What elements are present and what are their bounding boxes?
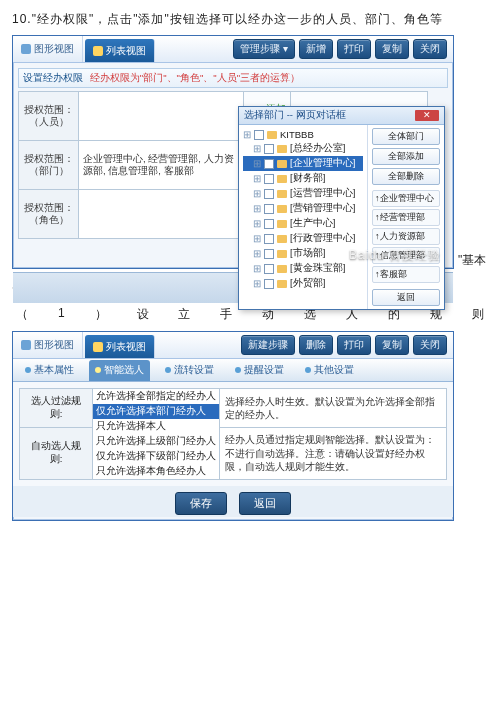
tree-root[interactable]: KITBBB: [243, 128, 363, 141]
tree-node[interactable]: [营销管理中心]: [243, 201, 363, 216]
step-10-text: 10."经办权限"，点击"添加"按钮选择可以经办这一步的人员、部门、角色等: [12, 10, 488, 29]
smart-select-table: 选人过滤规则: 允许选择全部指定的经办人仅允许选择本部门经办人只允许选择本人只允…: [19, 388, 447, 480]
tree-node[interactable]: [生产中心]: [243, 216, 363, 231]
copy-button-2[interactable]: 复制: [375, 335, 409, 355]
graph-icon: [21, 44, 31, 54]
tab-list-view-2[interactable]: 列表视图: [85, 335, 155, 358]
filter-rule-desc: 选择经办人时生效。默认设置为允许选择全部指定的经办人。: [220, 389, 447, 427]
tab-label: 图形视图: [34, 42, 74, 56]
tree-node[interactable]: [外贸部]: [243, 276, 363, 291]
filter-option[interactable]: 只允许选择本人: [93, 419, 219, 434]
save-button[interactable]: 保存: [175, 492, 227, 515]
scope-role-label: 授权范围： （角色）: [19, 190, 79, 239]
graph-icon: [21, 340, 31, 350]
caption-tail: "基本: [458, 252, 486, 269]
print-button-2[interactable]: 打印: [337, 335, 371, 355]
toolbar-buttons: 管理步骤 ▾ 新增 打印 复制 关闭: [233, 36, 453, 62]
scope-person-content: [79, 92, 244, 141]
scope-dept-content: 企业管理中心, 经营管理部, 人力资源部, 信息管理部, 客服部: [79, 141, 244, 190]
tab-list-view[interactable]: 列表视图: [85, 39, 155, 62]
popup-close-button[interactable]: ✕: [415, 110, 439, 121]
scope-person-label: 授权范围： （人员）: [19, 92, 79, 141]
permission-title-label: 设置经办权限: [23, 72, 83, 83]
tab-graph-view[interactable]: 图形视图: [13, 36, 83, 62]
list-icon: [93, 46, 103, 56]
filter-option[interactable]: 仅允许选择本部门经办人: [93, 404, 219, 419]
filter-option[interactable]: 只允许选择本角色经办人: [93, 464, 219, 479]
copy-button[interactable]: 复制: [375, 39, 409, 59]
filter-rule-select[interactable]: 允许选择全部指定的经办人仅允许选择本部门经办人只允许选择本人只允许选择上级部门经…: [93, 389, 219, 479]
select-dept-popup: 选择部门 -- 网页对话框 ✕ KITBBB [总经办公室][企业管理中心][财…: [238, 106, 445, 310]
subtabs: 基本属性智能选人流转设置提醒设置其他设置: [13, 359, 453, 382]
filter-rule-label: 选人过滤规则:: [20, 389, 93, 427]
top-tab-bar: 图形视图 列表视图 管理步骤 ▾ 新增 打印 复制 关闭: [13, 36, 453, 63]
tree-node[interactable]: [企业管理中心]: [243, 156, 363, 171]
new-step-button[interactable]: 新建步骤: [241, 335, 295, 355]
filter-option[interactable]: 只允许选择上级部门经办人: [93, 434, 219, 449]
auto-rule-desc: 经办人员通过指定规则智能选择。默认设置为：不进行自动选择。注意：请确认设置好经办…: [220, 427, 447, 480]
watermark: Baidu 百度经验: [349, 247, 441, 264]
selected-dept-item[interactable]: ↑人力资源部: [372, 228, 440, 245]
subtab[interactable]: 提醒设置: [229, 360, 290, 381]
subtab[interactable]: 流转设置: [159, 360, 220, 381]
filter-option[interactable]: 仅允许选择下级部门经办人: [93, 449, 219, 464]
popup-title: 选择部门 -- 网页对话框: [244, 109, 346, 122]
screenshot-1: 图形视图 列表视图 管理步骤 ▾ 新增 打印 复制 关闭 设置经办权限 经办权限: [12, 35, 454, 269]
top-tab-bar-2: 图形视图 列表视图 新建步骤 删除 打印 复制 关闭: [13, 332, 453, 359]
subtab[interactable]: 基本属性: [19, 360, 80, 381]
tab-graph-view-2[interactable]: 图形视图: [13, 332, 83, 358]
selected-dept-item[interactable]: ↑企业管理中心: [372, 190, 440, 207]
selected-dept-item[interactable]: ↑客服部: [372, 266, 440, 283]
tree-node[interactable]: [市场部]: [243, 246, 363, 261]
close-button-2[interactable]: 关闭: [413, 335, 447, 355]
selected-dept-item[interactable]: ↑经营管理部: [372, 209, 440, 226]
screenshot-2: 图形视图 列表视图 新建步骤 删除 打印 复制 关闭 基本属性智能选人流转设置提…: [12, 331, 454, 521]
new-button[interactable]: 新增: [299, 39, 333, 59]
back-button-2[interactable]: 返回: [239, 492, 291, 515]
subtab[interactable]: 智能选人: [89, 360, 150, 381]
permission-title: 设置经办权限 经办权限为"部门"、"角色"、"人员"三者的运算）: [18, 68, 448, 88]
print-button[interactable]: 打印: [337, 39, 371, 59]
popup-add-all-button[interactable]: 全部添加: [372, 148, 440, 165]
tab-label: 列表视图: [106, 44, 146, 58]
list-icon: [93, 342, 103, 352]
delete-button-2[interactable]: 删除: [299, 335, 333, 355]
close-button[interactable]: 关闭: [413, 39, 447, 59]
dept-tree: KITBBB [总经办公室][企业管理中心][财务部][运营管理中心][营销管理…: [239, 125, 368, 309]
popup-back-button[interactable]: 返回: [372, 289, 440, 306]
popup-all-depts-button[interactable]: 全体部门: [372, 128, 440, 145]
popup-remove-all-button[interactable]: 全部删除: [372, 168, 440, 185]
permission-title-hint: 经办权限为"部门"、"角色"、"人员"三者的运算）: [90, 72, 300, 83]
tree-node[interactable]: [行政管理中心]: [243, 231, 363, 246]
scope-role-content: [79, 190, 244, 239]
tree-node[interactable]: [总经办公室]: [243, 141, 363, 156]
manage-steps-button[interactable]: 管理步骤 ▾: [233, 39, 295, 59]
tree-node[interactable]: [黄金珠宝部]: [243, 261, 363, 276]
tree-node[interactable]: [财务部]: [243, 171, 363, 186]
scope-dept-label: 授权范围： （部门）: [19, 141, 79, 190]
tree-node[interactable]: [运营管理中心]: [243, 186, 363, 201]
tab-label: 列表视图: [106, 340, 146, 354]
tab-label: 图形视图: [34, 338, 74, 352]
filter-option[interactable]: 允许选择全部指定的经办人: [93, 389, 219, 404]
subtab[interactable]: 其他设置: [299, 360, 360, 381]
auto-rule-label: 自动选人规则:: [20, 427, 93, 480]
